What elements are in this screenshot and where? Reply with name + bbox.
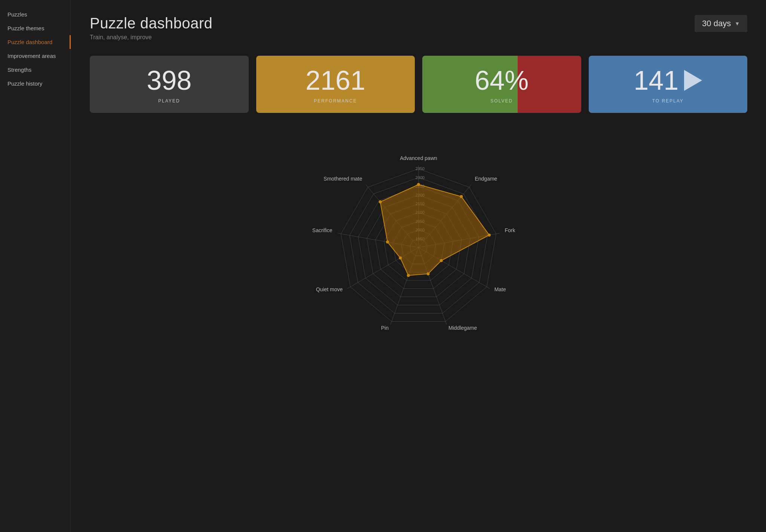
chevron-down-icon: ▼ (735, 21, 740, 27)
svg-point-33 (407, 274, 410, 277)
svg-text:Sacrifice: Sacrifice (312, 227, 333, 233)
radar-section: 195020002050210021502200225023002350Adva… (90, 132, 747, 356)
days-selector[interactable]: 30 days ▼ (695, 15, 747, 32)
svg-point-29 (460, 195, 463, 198)
stat-card-solved: 64% SOLVED (422, 56, 581, 113)
svg-point-32 (427, 272, 430, 275)
played-value: 398 (147, 67, 192, 94)
performance-label: PERFORMANCE (314, 98, 357, 104)
sidebar-item-puzzle-dashboard[interactable]: Puzzle dashboard (0, 35, 71, 49)
header-row: Puzzle dashboard Train, analyse, improve… (90, 15, 747, 41)
replay-value: 141 (634, 67, 702, 94)
svg-text:2350: 2350 (416, 166, 425, 171)
played-label: PLAYED (158, 98, 180, 104)
play-icon (684, 70, 702, 91)
sidebar-item-puzzle-themes[interactable]: Puzzle themes (0, 21, 71, 35)
svg-point-30 (488, 234, 491, 237)
svg-text:Smothered mate: Smothered mate (324, 176, 362, 182)
svg-point-36 (379, 200, 382, 203)
sidebar-item-strengths[interactable]: Strengths (0, 63, 71, 77)
svg-text:2300: 2300 (416, 175, 425, 180)
sidebar-item-puzzle-history[interactable]: Puzzle history (0, 77, 71, 90)
svg-point-28 (417, 183, 420, 186)
stats-row: 398 PLAYED 2161 PERFORMANCE 64% SOLVED 1… (90, 56, 747, 113)
stat-card-played: 398 PLAYED (90, 56, 249, 113)
svg-text:Advanced pawn: Advanced pawn (400, 155, 437, 161)
svg-text:Middlegame: Middlegame (448, 325, 477, 331)
sidebar-item-improvement-areas[interactable]: Improvement areas (0, 49, 71, 63)
svg-text:Endgame: Endgame (475, 176, 497, 182)
stat-card-replay[interactable]: 141 TO REPLAY (589, 56, 748, 113)
sidebar: Puzzles Puzzle themes Puzzle dashboard I… (0, 0, 71, 532)
days-selector-label: 30 days (702, 19, 731, 28)
solved-value: 64% (475, 67, 528, 94)
page-subtitle: Train, analyse, improve (90, 34, 212, 41)
replay-label: TO REPLAY (652, 98, 684, 104)
performance-value: 2161 (306, 67, 365, 94)
page-title: Puzzle dashboard (90, 15, 212, 32)
svg-text:Mate: Mate (494, 286, 506, 292)
main-content: Puzzle dashboard Train, analyse, improve… (71, 0, 766, 532)
solved-label: SOLVED (490, 98, 513, 104)
svg-text:Quiet move: Quiet move (316, 286, 343, 292)
radar-chart: 195020002050210021502200225023002350Adva… (288, 132, 549, 356)
sidebar-item-puzzles[interactable]: Puzzles (0, 7, 71, 21)
svg-point-31 (440, 259, 443, 262)
svg-text:Fork: Fork (505, 227, 515, 233)
svg-point-34 (399, 256, 402, 259)
svg-text:Pin: Pin (381, 325, 389, 331)
stat-card-performance: 2161 PERFORMANCE (256, 56, 415, 113)
page-header: Puzzle dashboard Train, analyse, improve (90, 15, 212, 41)
svg-marker-27 (380, 184, 489, 275)
svg-point-35 (386, 240, 389, 243)
